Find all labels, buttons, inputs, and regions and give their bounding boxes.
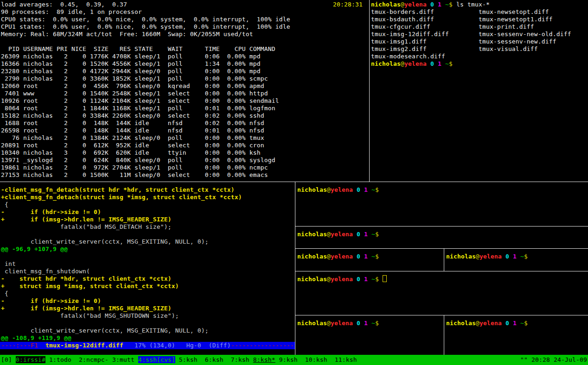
prompt-arg1: 0: [505, 253, 509, 260]
load-averages: load averages: 0.45, 0.39, 0.37: [1, 1, 369, 8]
prompt-user: nicholas: [297, 253, 327, 260]
status-session-name: [0]: [1, 356, 16, 363]
diff-removed-line: - struct hdr *hdr, struct client_ctx *cc…: [1, 275, 295, 283]
pane-shell-ls[interactable]: nicholas@yelena 0 1 ~$ ls tmux-* tmux-bo…: [370, 0, 588, 182]
diff-added-line: +client_msg_fn_detach(struct imsg *imsg,…: [1, 194, 295, 201]
tmux-screen: load averages: 0.45, 0.39, 0.37 90 proce…: [0, 0, 588, 365]
shell-prompt-line: nicholas@yelena 0 1 ~$: [297, 253, 444, 260]
process-row: 20891 root 2 0 612K 952K idle select 0:0…: [1, 142, 369, 149]
file-list-row: tmux-imsg1.diff tmux-sessenv-new.diff: [371, 38, 588, 45]
prompt-sigil: $: [375, 253, 379, 260]
process-row: 26309 nicholas 2 0 1776K 4708K sleep/1 p…: [1, 53, 369, 60]
diff-removed-line: - if (hdr->size != 0): [1, 297, 295, 305]
file-list-row: tmux-cfgcur.diff tmux-print.diff: [371, 23, 588, 31]
pane-top-processes[interactable]: load averages: 0.45, 0.39, 0.37 90 proce…: [0, 0, 369, 182]
process-row: 2790 nicholas 2 0 3360K 1852K sleep/1 po…: [1, 75, 369, 82]
status-windows-group-a[interactable]: 1:todo 2:ncmpc- 3:mutt: [45, 356, 138, 363]
ls-command: ls tmux-*: [456, 1, 490, 8]
status-window-current[interactable]: 8:ksh*: [253, 356, 275, 363]
shell-prompt-line: nicholas@yelena 0 1 ~$: [297, 320, 444, 327]
process-row: 27153 nicholas 2 0 1500K 11M sleep/0 sel…: [1, 171, 369, 179]
prompt-host: yelena: [331, 186, 353, 193]
prompt-host: yelena: [479, 320, 502, 327]
file-list-row: tmux-modesearch.diff: [371, 53, 588, 60]
file-list-row: tmux-borders.diff tmux-newsetopt.diff: [371, 8, 588, 16]
status-window-ssh-content-alert[interactable]: 4:ssh[cvs]: [138, 356, 175, 363]
process-row: 10340 nicholas 3 0 692K 620K idle ttyin …: [1, 149, 369, 157]
prompt-arg1: 0: [430, 1, 434, 8]
status-windows-group-c[interactable]: 9:ksh 10:ksh 11:ksh: [275, 356, 357, 363]
process-row: 1688 root 2 0 148K 144K idle nfsd 0:02 0…: [1, 120, 369, 127]
prompt-user: nicholas: [297, 276, 327, 283]
memory-line: Memory: Real: 68M/324M act/tot Free: 166…: [1, 31, 369, 38]
process-row: 13971 _syslogd 2 0 624K 840K sleep/0 pol…: [1, 157, 369, 164]
diff-context-line: int: [1, 260, 295, 268]
diff-context-line: {: [1, 290, 295, 297]
prompt-arg1: 0: [357, 276, 360, 283]
modeline-buffer-name: tmux-imsg-12diff.diff: [45, 342, 123, 349]
prompt-sigil: $: [375, 276, 379, 283]
pane-shell-e-left[interactable]: nicholas@yelena 0 1 ~$: [295, 315, 444, 354]
process-row: 8064 root 2 1 1844K 1168K sleep/1 poll 0…: [1, 105, 369, 112]
pane-border-horizontal-cd: [295, 271, 588, 271]
prompt-at-sign: @: [327, 231, 331, 238]
process-row: 26598 root 2 0 148K 144K idle nfsd 0:01 …: [1, 127, 369, 134]
status-window-irssi-alert[interactable]: 0:irssi#: [16, 356, 45, 363]
diff-hunk-header: @@ -108,9 +119,9 @@: [1, 334, 295, 342]
pane-border-vertical-c: [444, 249, 444, 271]
prompt-user: nicholas: [297, 231, 327, 238]
prompt-cwd: ~: [445, 60, 449, 67]
prompt-host: yelena: [331, 276, 353, 283]
shell-prompt-line: nicholas@yelena 0 1 ~$: [297, 275, 588, 283]
diff-removed-line: - if (hdr->size != 0): [1, 208, 295, 216]
prompt-at-sign: @: [327, 276, 331, 283]
process-row: 7401 www 2 0 1540K 2548K sleep/1 select …: [1, 90, 369, 97]
diff-added-line: + if (imsg->hdr.len != IMSG_HEADER_SIZE): [1, 305, 295, 312]
cpu1-states: CPU1 states: 0.0% user, 0.0% nice, 0.0% …: [1, 23, 369, 31]
prompt-host: yelena: [331, 231, 353, 238]
pane-emacs-diff[interactable]: -client_msg_fn_detach(struct hdr *hdr, s…: [0, 182, 295, 354]
pane-shell-c-left[interactable]: nicholas@yelena 0 1 ~$: [295, 249, 444, 271]
modeline-position-info: 17% (134,0) Hg-0 (Diff): [123, 342, 231, 349]
diff-context-line: client_write_server(cctx, MSG_EXITING, N…: [1, 238, 295, 245]
process-row: 19861 nicholas 2 0 972K 2704K sleep/1 po…: [1, 164, 369, 171]
prompt-host: yelena: [331, 253, 353, 260]
modeline-dashes: --------------------------: [231, 342, 295, 349]
status-clock-date: "" 20:28 24-Jul-09: [520, 356, 587, 364]
terminal-cursor: [383, 275, 387, 282]
prompt-arg2: 1: [513, 253, 517, 260]
prompt-cwd: ~: [371, 253, 375, 260]
prompt-host: yelena: [331, 320, 353, 327]
pane-shell-b[interactable]: nicholas@yelena 0 1 ~$: [295, 227, 588, 248]
prompt-arg1: 0: [357, 320, 360, 327]
diff-hunk-header: @@ -96,9 +107,9 @@: [1, 245, 295, 253]
top-clock: 20:28:31: [333, 1, 363, 8]
prompt-at-sign: @: [401, 60, 404, 67]
pane-shell-e-right[interactable]: nicholas@yelena 0 1 ~$: [444, 315, 588, 354]
process-row: 76 nicholas 2 0 1384K 2124K sleep/0 poll…: [1, 134, 369, 142]
pane-border-horizontal-bc: [295, 248, 588, 249]
pane-shell-c-right[interactable]: nicholas@yelena 0 1 ~$: [444, 249, 588, 271]
tmux-status-bar: [0] 0:irssi# 1:todo 2:ncmpc- 3:mutt 4:ss…: [0, 355, 588, 365]
prompt-arg1: 0: [357, 231, 360, 238]
prompt-cwd: ~: [371, 186, 375, 193]
shell-prompt-line: nicholas@yelena 0 1 ~$: [446, 253, 588, 260]
pane-shell-a[interactable]: nicholas@yelena 0 1 ~$: [295, 182, 588, 226]
file-list-row: tmux-bsdauth.diff tmux-newsetopt1.diff: [371, 16, 588, 23]
pane-shell-active[interactable]: nicholas@yelena 0 1 ~$: [295, 271, 588, 315]
pane-border-horizontal-ab: [295, 226, 588, 227]
prompt-host: yelena: [479, 253, 502, 260]
shell-prompt-line: nicholas@yelena 0 1 ~$: [297, 231, 588, 238]
prompt-user: nicholas: [446, 253, 476, 260]
prompt-user: nicholas: [371, 1, 401, 8]
prompt-sigil: $: [524, 253, 528, 260]
process-row: 23280 nicholas 2 0 4172K 2944K sleep/0 p…: [1, 68, 369, 75]
diff-removed-line: -client_msg_fn_detach(struct hdr *hdr, s…: [1, 186, 295, 194]
prompt-cwd: ~: [520, 253, 524, 260]
diff-context-line: [1, 320, 295, 327]
status-windows-group-b[interactable]: 5:ksh 6:ksh 7:ksh: [175, 356, 253, 363]
prompt-arg2: 1: [364, 320, 368, 327]
prompt-cwd: ~: [445, 1, 449, 8]
prompt-arg2: 1: [364, 231, 368, 238]
prompt-cwd: ~: [371, 231, 375, 238]
